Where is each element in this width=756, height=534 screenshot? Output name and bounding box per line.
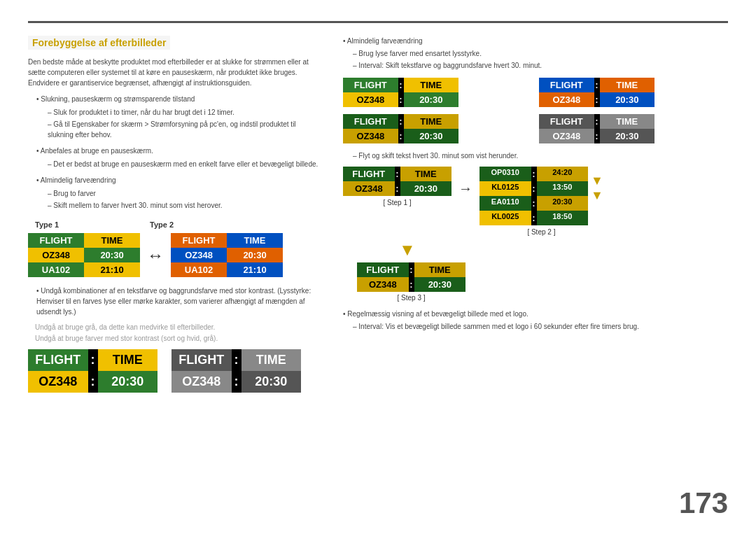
scroll-dash: Flyt og skift tekst hvert 30. minut som … (353, 150, 728, 161)
avoid-bullet-list: Undgå kombinationer af en tekstfarve og … (36, 286, 322, 317)
right-dash-2: Interval: Skift tekstfarve og baggrundsf… (353, 60, 728, 71)
v3-h-flight: FLIGHT (343, 114, 398, 129)
s2-r4-c2: 18:50 (537, 211, 589, 225)
type1-header: FLIGHT TIME (28, 233, 140, 248)
step1-header: FLIGHT : TIME (343, 167, 451, 181)
page-container: Forebyggelse af efterbilleder Den bedste… (0, 0, 756, 534)
large-boards-row: FLIGHT : TIME OZ348 : 20:30 FLIGHT : (28, 349, 322, 393)
v4-r1-colon: : (594, 129, 600, 143)
bullet-list-1: Slukning, pauseskærm og strømsparende ti… (36, 94, 322, 140)
t1-r2-c2: 21:10 (84, 262, 140, 277)
type2-board: FLIGHT TIME OZ348 20:30 UA102 21:10 (171, 233, 283, 277)
v2-r1-c1: OZ348 (539, 92, 594, 107)
v3-row1: OZ348 : 20:30 (343, 129, 458, 143)
final-bullet: Regelmæssig visning af et bevægeligt bil… (343, 309, 728, 319)
ld-h-time: TIME (98, 349, 158, 371)
v1-r1-colon: : (398, 92, 404, 107)
color-board-v2: FLIGHT : TIME OZ348 : 20:30 (539, 78, 654, 107)
color-boards-grid: FLIGHT : TIME OZ348 : 20:30 FLIGHT : (343, 78, 728, 143)
type2-header: FLIGHT TIME (171, 233, 283, 248)
v2-row1: OZ348 : 20:30 (539, 92, 654, 107)
right-bullet-1: Almindelig farveændring (343, 36, 728, 46)
large-board-gray: FLIGHT : TIME OZ348 : 20:30 (172, 349, 301, 393)
step3-header: FLIGHT : TIME (357, 262, 465, 277)
bullet-item-2: Anbefales at bruge en pauseskærm. (36, 146, 322, 156)
v2-r1-colon: : (594, 92, 600, 107)
v1-row1: OZ348 : 20:30 (343, 92, 458, 107)
arrow-left-right: ↔ (147, 246, 164, 265)
large-gray-header: FLIGHT : TIME (172, 349, 301, 371)
s1-h-time: TIME (400, 167, 452, 181)
s3-h-flight: FLIGHT (357, 262, 409, 277)
t2-h-time: TIME (227, 233, 283, 248)
dash-item-1-1: Sluk for produktet i to timer, når du ha… (48, 107, 322, 118)
lg-r1-flight: OZ348 (172, 371, 232, 393)
section-title: Forebyggelse af efterbilleder (28, 36, 170, 50)
s1-r1-colon: : (395, 181, 400, 196)
intro-text: Den bedste måde at beskytte produktet mo… (28, 57, 322, 88)
lg-r1-colon: : (232, 371, 241, 393)
type-labels: Type 1 Type 2 (35, 220, 322, 229)
dash-item-2-1: Det er bedst at bruge en pauseskærm med … (48, 159, 322, 169)
t1-h-time: TIME (84, 233, 140, 248)
s2-r3-c2: 20:30 (537, 196, 589, 211)
ld-h-flight: FLIGHT (28, 349, 88, 371)
v1-r1-c2: 20:30 (404, 92, 459, 107)
steps-row: FLIGHT : TIME OZ348 : 20:30 [ Step 1 ] → (343, 167, 728, 236)
t2-r1-c1: OZ348 (171, 248, 227, 262)
s1-h-flight: FLIGHT (343, 167, 395, 181)
type1-label: Type 1 (35, 220, 59, 229)
type1-row2: UA102 21:10 (28, 262, 140, 277)
large-dark-header: FLIGHT : TIME (28, 349, 158, 371)
step1-board: FLIGHT : TIME OZ348 : 20:30 (343, 167, 451, 196)
t2-r2-c2: 21:10 (227, 262, 283, 277)
bullet-list-2: Anbefales at bruge en pauseskærm. Det er… (36, 146, 322, 169)
avoid-bullet-1: Undgå kombinationer af en tekstfarve og … (36, 286, 322, 317)
s2-r2-colon: : (531, 181, 537, 196)
v3-h-time: TIME (404, 114, 459, 129)
bullet-item-1: Slukning, pauseskærm og strømsparende ti… (36, 94, 322, 104)
gray-text-2: Undgå at bruge farver med stor kontrast … (35, 334, 322, 342)
gray-text-span-2: Undgå at bruge farver med stor kontrast … (35, 335, 218, 342)
v1-header: FLIGHT : TIME (343, 78, 458, 92)
down-arrow-big: ▼ (399, 240, 416, 260)
v2-header: FLIGHT : TIME (539, 78, 654, 92)
top-line (28, 21, 728, 23)
v4-r1-c1: OZ348 (539, 129, 594, 143)
t1-h-flight: FLIGHT (28, 233, 84, 248)
step2-group: OP0310 : 24:20 KL0125 : 13:50 EA0110 (479, 167, 603, 236)
step2-with-arrows: OP0310 : 24:20 KL0125 : 13:50 EA0110 (479, 167, 603, 225)
v3-r1-c1: OZ348 (343, 129, 398, 143)
s1-h-colon: : (395, 167, 400, 181)
step2-scrollrow4: KL0025 : 18:50 (479, 211, 588, 225)
large-gray-row1: OZ348 : 20:30 (172, 371, 301, 393)
v4-h-time: TIME (600, 114, 655, 129)
down-arrow-2: ▼ (591, 188, 603, 203)
v4-header: FLIGHT : TIME (539, 114, 654, 129)
v3-header: FLIGHT : TIME (343, 114, 458, 129)
t1-r2-c1: UA102 (28, 262, 84, 277)
s3-r1-c2: 20:30 (414, 277, 466, 292)
type2-row1: OZ348 20:30 (171, 248, 283, 262)
swap-arrow-icon: ↔ (147, 246, 164, 265)
bullet-list-3: Almindelig farveændring Brug to farver S… (36, 175, 322, 211)
step-arrow-right: → (458, 181, 472, 197)
step2-scrollrow2: KL0125 : 13:50 (479, 181, 588, 196)
color-board-v1: FLIGHT : TIME OZ348 : 20:30 (343, 78, 458, 107)
v1-h-time: TIME (404, 78, 459, 92)
content-area: Forebyggelse af efterbilleder Den bedste… (28, 36, 728, 520)
s2-r2-c2: 13:50 (537, 181, 589, 196)
bullet-item-3: Almindelig farveændring (36, 175, 322, 185)
step3-label: [ Step 3 ] (357, 294, 465, 302)
v1-h-flight: FLIGHT (343, 78, 398, 92)
t1-r1-c2: 20:30 (84, 248, 140, 262)
s2-r4-c1: KL0025 (479, 211, 531, 225)
s3-h-colon: : (409, 262, 414, 277)
lg-r1-time: 20:30 (241, 371, 302, 393)
v4-h-colon: : (594, 114, 600, 129)
type2-label: Type 2 (150, 220, 174, 229)
step1-group: FLIGHT : TIME OZ348 : 20:30 [ Step 1 ] (343, 167, 451, 206)
step1-label: [ Step 1 ] (343, 199, 451, 206)
type1-row1: OZ348 20:30 (28, 248, 140, 262)
lg-h-colon: : (232, 349, 241, 371)
